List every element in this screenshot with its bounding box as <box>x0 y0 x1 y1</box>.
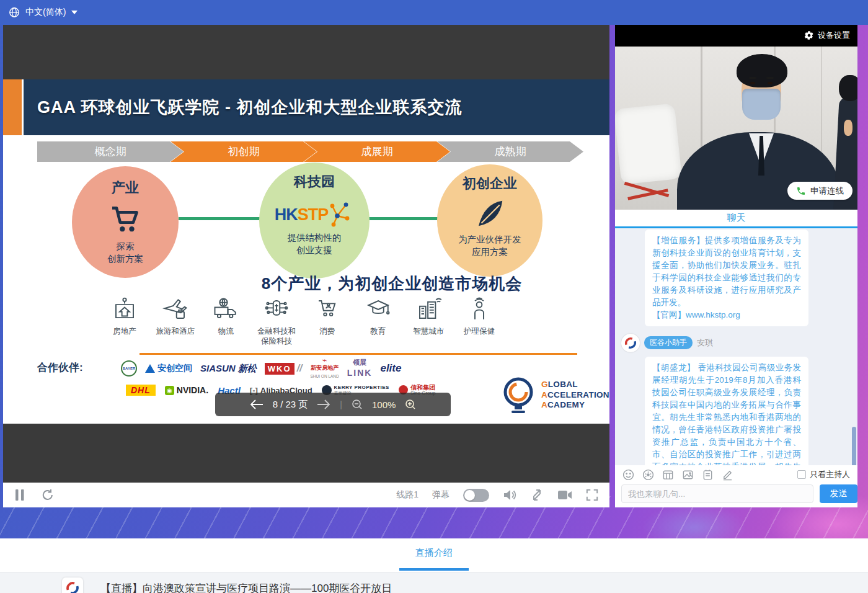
circle1-title: 产业 <box>112 179 139 197</box>
tab-live-intro[interactable]: 直播介绍 <box>415 547 453 559</box>
chat-panel: 聊天 【增值服务】提供多项增值服务及专为新创科技企业而设的创业培育计划，支援全面… <box>615 210 857 507</box>
logistics-icon <box>213 296 239 323</box>
molecule-icon <box>328 201 354 228</box>
phone-icon <box>796 186 806 196</box>
message-text: 【增值服务】提供多项增值服务及专为新创科技企业而设的创业培育计划，支援全面，协助… <box>652 236 801 307</box>
connector-line-left <box>179 217 260 220</box>
circle2-subtitle: 提供结构性的 创业支援 <box>288 232 342 256</box>
language-label: 中文(简体) <box>25 7 66 18</box>
request-connect-label: 申请连线 <box>810 185 844 197</box>
chevron-down-icon <box>71 11 78 14</box>
zoom-out-button[interactable] <box>352 399 363 410</box>
only-host-checkbox[interactable] <box>797 470 806 479</box>
smart-city-icon <box>415 296 441 323</box>
live-logo <box>62 577 83 593</box>
chat-scrollbar[interactable] <box>852 427 856 465</box>
note-button[interactable] <box>702 469 714 481</box>
triangle-icon <box>145 364 155 373</box>
webcam-video: 设备设置 申请连线 <box>615 24 857 210</box>
danmaku-toggle[interactable] <box>463 489 489 502</box>
partner-bayer: BAYER <box>121 360 137 377</box>
tab-underline <box>399 568 469 571</box>
chat-message: 【增值服务】提供多项增值服务及专为新创科技企业而设的创业培育计划，支援全面，协助… <box>645 230 808 326</box>
top-bar: 中文(简体) <box>0 0 868 25</box>
camera-button[interactable] <box>557 489 572 501</box>
hkstp-hk: HK <box>275 205 298 225</box>
sender-name: 安琪 <box>697 337 713 349</box>
video-player: GAA 环球创业飞跃学院 - 初创企业和大型企业联系交流 概念期 初创期 成展期… <box>3 24 609 507</box>
industries-row: 房地产 旅游和酒店 物流 <box>100 296 504 346</box>
travel-hotel-icon <box>162 296 188 323</box>
circle2-title: 科技园 <box>294 172 335 191</box>
chat-input[interactable] <box>621 484 813 503</box>
fintech-icon <box>264 296 290 323</box>
flower-button[interactable] <box>642 469 654 481</box>
stage-concept: 概念期 <box>37 141 184 162</box>
bird-icon: ⌁ <box>322 358 327 363</box>
emoji-button[interactable] <box>622 469 634 481</box>
circle3-title: 初创企业 <box>463 174 517 193</box>
shopping-cart-icon <box>108 202 143 237</box>
switch-lines-icon[interactable] <box>530 488 544 502</box>
chat-messages: 【增值服务】提供多项增值服务及专为新创科技企业而设的创业培育计划，支援全面，协助… <box>615 228 857 465</box>
calendar-button[interactable] <box>662 469 674 481</box>
only-host-label: 只看主持人 <box>810 469 850 480</box>
slide-title: GAA 环球创业飞跃学院 - 初创企业和大型企业联系交流 <box>37 96 463 118</box>
chat-input-row: 发送 <box>615 484 857 507</box>
device-settings-label: 设备设置 <box>818 30 850 41</box>
zoom-in-button[interactable] <box>405 399 416 410</box>
industry-item: 旅游和酒店 <box>151 296 200 346</box>
gear-icon <box>804 30 814 40</box>
zoom-level: 100% <box>372 399 396 410</box>
partner-dhl: DHL <box>126 385 156 396</box>
device-settings-button[interactable]: 设备设置 <box>804 30 850 41</box>
image-button[interactable] <box>682 469 694 481</box>
line-selector[interactable]: 线路1 <box>396 489 418 501</box>
connector-line-right <box>368 217 438 220</box>
presentation-slide: GAA 环球创业飞跃学院 - 初创企业和大型企业联系交流 概念期 初创期 成展期… <box>3 79 609 424</box>
request-connect-button[interactable]: 申请连线 <box>787 182 852 200</box>
partner-siasun: SIASUN 新松 <box>200 363 257 375</box>
pause-button[interactable] <box>14 489 25 501</box>
globe-icon <box>9 7 20 18</box>
refresh-button[interactable] <box>42 489 54 501</box>
gaa-logo: GLOBAL ACCELERATION ACADEMY <box>500 376 609 414</box>
volume-button[interactable] <box>503 489 516 501</box>
assistant-badge: 医谷小助手 <box>644 336 693 349</box>
industry-item: 消费 <box>303 296 352 346</box>
bottom-section: 直播介绍 【直播】向港澳政策宣讲与医疗项目路演——100期医谷开放日 <box>0 538 868 593</box>
message-link[interactable]: 【官网】www.hkstp.org <box>652 310 740 319</box>
send-button[interactable]: 发送 <box>820 484 857 503</box>
danmaku-label: 弹幕 <box>432 489 450 501</box>
prev-page-button[interactable] <box>250 399 264 409</box>
stage-startup: 初创期 <box>170 141 317 162</box>
pen-button[interactable] <box>722 469 733 481</box>
orange-divider <box>140 353 577 355</box>
gaa-circle-icon <box>500 376 536 414</box>
page-indicator: 8 / 23 页 <box>273 399 308 411</box>
partners-row-1: BAYER 安创空间 SIASUN 新松 WKO// ⌁新安房地产SHUI ON… <box>121 357 468 380</box>
player-control-bar: 线路1 弹幕 <box>3 483 609 507</box>
healthcare-icon <box>466 296 492 323</box>
circle3-subtitle: 为产业伙伴开发 应用方案 <box>458 234 521 258</box>
next-page-button[interactable] <box>317 399 330 409</box>
live-title: 【直播】向港澳政策宣讲与医疗项目路演——100期医谷开放日 <box>100 581 392 593</box>
language-selector[interactable]: 中文(简体) <box>9 7 78 18</box>
chat-message: 医谷小助手 安琪 【胡盛龙】 香港科技园公司高级业务发展经理胡先生于2019年8… <box>621 334 850 465</box>
overlay-divider: | <box>340 399 342 409</box>
partner-nvidia: ◉NVIDIA. <box>165 385 208 395</box>
chair <box>615 103 682 185</box>
partner-elite: elite <box>380 362 401 375</box>
avatar <box>621 334 640 352</box>
intro-band: 【直播】向港澳政策宣讲与医疗项目路演——100期医谷开放日 <box>0 572 868 593</box>
chat-toolbar: 只看主持人 <box>615 465 857 484</box>
consumption-icon <box>314 296 340 323</box>
industry-circle: 产业 探索 创新方案 <box>72 166 179 278</box>
chat-tab[interactable]: 聊天 <box>615 210 857 228</box>
fullscreen-button[interactable] <box>586 489 598 501</box>
slide-accent-bar <box>3 79 22 135</box>
live-intro-row: 【直播】向港澳政策宣讲与医疗项目路演——100期医谷开放日 <box>62 577 392 593</box>
nvidia-icon: ◉ <box>165 386 174 395</box>
industry-item: 教育 <box>353 296 403 346</box>
industry-item: 智慧城市 <box>404 296 453 346</box>
